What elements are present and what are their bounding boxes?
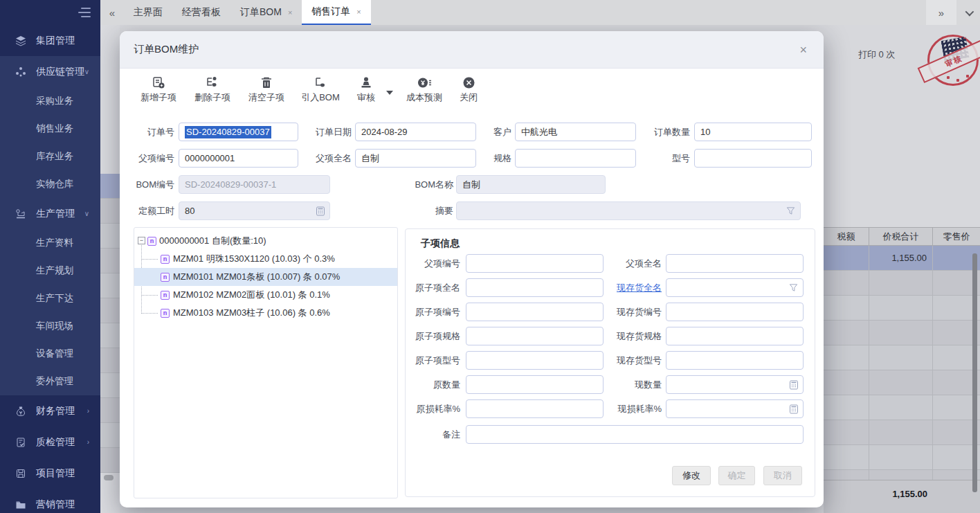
- audit-button[interactable]: 审核: [350, 74, 383, 107]
- parent-name-label: 父项全名: [310, 149, 352, 168]
- stamp-icon: [350, 74, 383, 89]
- delete-subitem-button[interactable]: 删除子项: [188, 74, 237, 107]
- sidebar-item-marketing[interactable]: 营销管理: [0, 489, 100, 513]
- chevron-down-icon: ∨: [84, 68, 89, 75]
- tab-dashboard[interactable]: 经营看板: [172, 0, 230, 25]
- sidebar-item-supply-chain[interactable]: 供应链管理 ∨: [0, 56, 100, 87]
- sidebar-item-production-data[interactable]: 生产资料: [0, 229, 100, 257]
- sidebar-item-shopfloor[interactable]: 车间现场: [0, 312, 100, 340]
- parent-name-input[interactable]: 自制: [355, 149, 476, 168]
- sidebar-item-project[interactable]: 项目管理: [0, 458, 100, 489]
- sidebar-item-production-planning[interactable]: 生产规划: [0, 257, 100, 285]
- sidebar-item-production-release[interactable]: 生产下达: [0, 285, 100, 312]
- model-input[interactable]: [694, 149, 812, 168]
- add-subitem-button[interactable]: 新增子项: [134, 74, 183, 107]
- app-root: 集团管理 供应链管理 ∨ 采购业务 销售业务 库存业务 实物仓库 生产管理 ∨: [0, 0, 980, 513]
- sp-note-input[interactable]: [466, 425, 804, 444]
- tab-main[interactable]: 主界面: [124, 0, 172, 25]
- toolbar-label: 引入BOM: [296, 91, 345, 104]
- sidebar-header: [0, 0, 100, 25]
- tree-node-mzm0103[interactable]: n MZM0103 MZM03柱子 (10.06) 条 0.6%: [134, 304, 397, 322]
- sidebar-collapse-icon[interactable]: [78, 8, 91, 17]
- order-qty-input[interactable]: 10: [694, 123, 812, 141]
- cost-forecast-button[interactable]: 成本预测: [399, 74, 449, 107]
- clear-subitems-button[interactable]: 清空子项: [242, 74, 291, 107]
- sp-current-stock-spec-input[interactable]: [666, 327, 804, 345]
- sp-orig-item-no-input[interactable]: [466, 303, 604, 321]
- delete-subitem-icon: [188, 74, 237, 89]
- bom-node-icon: n: [161, 291, 170, 300]
- sidebar-item-warehouse[interactable]: 实物仓库: [0, 170, 100, 198]
- calculator-icon[interactable]: [789, 404, 799, 414]
- sidebar-item-group-mgmt[interactable]: 集团管理: [0, 25, 100, 56]
- bom-name-label: BOM名称: [409, 175, 453, 194]
- confirm-button[interactable]: 确定: [718, 466, 755, 485]
- sp-current-stock-no-input[interactable]: [666, 303, 804, 321]
- subitem-panel-title: 子项信息: [421, 237, 460, 250]
- audit-dropdown-caret[interactable]: [386, 91, 393, 95]
- tab-label: 经营看板: [182, 6, 221, 19]
- sp-current-stock-name-link[interactable]: 现存货全名: [613, 278, 662, 297]
- sp-parent-name-input[interactable]: [666, 254, 804, 273]
- sp-orig-qty-input[interactable]: [466, 375, 604, 394]
- sidebar-item-inventory[interactable]: 库存业务: [0, 143, 100, 170]
- tree-node-mzm01[interactable]: n MZM01 明珠1530X1120 (10.03) 个 0.3%: [134, 250, 397, 268]
- tab-label: 销售订单: [311, 6, 350, 18]
- cancel-button[interactable]: 取消: [763, 466, 802, 485]
- order-no-input[interactable]: SD-20240829-00037: [179, 123, 298, 141]
- tab-label: 主界面: [134, 6, 163, 19]
- tab-bar: « 主界面 经营看板 订单BOM × 销售订单 × »: [100, 0, 980, 25]
- sp-parent-no-input[interactable]: [466, 254, 604, 273]
- sidebar-item-quality[interactable]: 质检管理 ›: [0, 426, 100, 458]
- sp-current-stock-spec-label: 现存货规格: [613, 327, 662, 345]
- filter-funnel-icon[interactable]: [786, 206, 796, 216]
- bom-node-icon: n: [147, 237, 156, 246]
- close-dialog-button[interactable]: 关闭: [453, 74, 484, 107]
- parent-no-input[interactable]: 0000000001: [179, 149, 298, 168]
- sidebar-item-finance[interactable]: 财务管理 ›: [0, 395, 100, 426]
- customer-input[interactable]: 中航光电: [515, 123, 636, 141]
- close-circle-icon: [453, 74, 484, 89]
- sp-orig-item-name-input[interactable]: [466, 278, 604, 297]
- sidebar-item-sales[interactable]: 销售业务: [0, 115, 100, 143]
- model-label: 型号: [648, 149, 690, 168]
- modify-button[interactable]: 修改: [672, 466, 711, 485]
- sp-orig-item-model-input[interactable]: [466, 351, 604, 370]
- sidebar-item-outsourcing[interactable]: 委外管理: [0, 368, 100, 395]
- summary-input: [456, 201, 801, 220]
- sp-orig-item-spec-input[interactable]: [466, 327, 604, 345]
- sp-current-stock-model-input[interactable]: [666, 351, 804, 370]
- tabs-scroll-left-button[interactable]: «: [100, 0, 124, 25]
- spec-input[interactable]: [515, 149, 636, 168]
- tree-collapse-icon[interactable]: −: [138, 237, 145, 244]
- tabs-menu-button[interactable]: [956, 0, 980, 25]
- chevron-right-icon: ›: [87, 438, 89, 446]
- sp-orig-loss-rate-input[interactable]: [466, 399, 604, 418]
- bom-node-icon: n: [161, 255, 170, 264]
- sp-note-label: 备注: [412, 425, 460, 444]
- tabs-scroll-right-button[interactable]: »: [926, 0, 956, 25]
- sp-current-qty-input[interactable]: [666, 375, 804, 394]
- bom-node-icon: n: [161, 273, 170, 282]
- tree-node-mzm0102[interactable]: n MZM0102 MZM02面板 (10.01) 条 0.1%: [134, 286, 397, 304]
- tree-node-root[interactable]: − n 0000000001 自制(数量:10): [134, 232, 397, 250]
- calculator-icon[interactable]: [316, 206, 325, 216]
- filter-funnel-icon[interactable]: [789, 283, 799, 293]
- sidebar-item-purchasing[interactable]: 采购业务: [0, 87, 100, 115]
- tab-order-bom[interactable]: 订单BOM ×: [230, 0, 302, 25]
- sidebar-item-equipment[interactable]: 设备管理: [0, 340, 100, 368]
- sidebar-item-production[interactable]: 生产管理 ∨: [0, 198, 100, 229]
- tab-close-icon[interactable]: ×: [288, 8, 292, 17]
- parent-no-label: 父项编号: [133, 149, 174, 168]
- subitem-info-panel: 子项信息 父项编号 父项全名 原子项全名 现存货全名 原子项编号: [405, 228, 815, 497]
- tree-node-mzm0101-selected[interactable]: n MZM0101 MZM01条板 (10.007) 条 0.07%: [134, 268, 397, 286]
- sp-orig-loss-rate-label: 原损耗率%: [407, 399, 460, 418]
- sp-current-loss-rate-input[interactable]: [666, 399, 804, 418]
- sp-current-stock-name-input[interactable]: [666, 278, 804, 297]
- tab-sales-order[interactable]: 销售订单 ×: [302, 0, 370, 25]
- calculator-icon[interactable]: [789, 380, 799, 390]
- order-date-input[interactable]: 2024-08-29: [355, 123, 476, 141]
- dialog-close-icon[interactable]: ×: [799, 44, 807, 56]
- import-bom-button[interactable]: 引入BOM: [296, 74, 345, 107]
- tab-close-icon[interactable]: ×: [356, 8, 361, 16]
